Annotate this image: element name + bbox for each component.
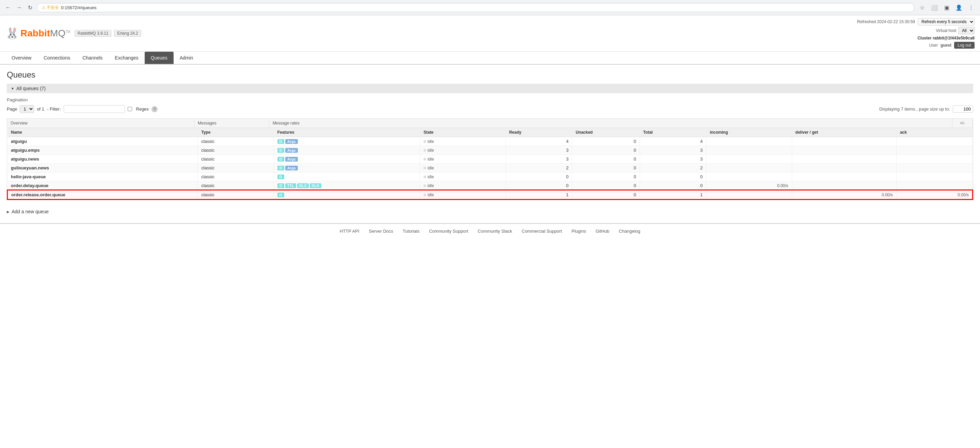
page-label: Page [7,106,17,111]
table-row[interactable]: atguiguclassicDArgsidle404 [8,137,972,146]
feature-tag: TTL [285,183,296,188]
add-queue-arrow: ▶ [7,210,10,214]
queue-type-cell: classic [198,190,274,199]
col-header-unacked: Unacked [572,128,640,137]
nav-channels[interactable]: Channels [76,52,108,64]
state-label: idle [428,139,434,144]
footer-link[interactable]: Commercial Support [522,229,562,234]
logout-button[interactable]: Log out [954,42,975,49]
nav-overview[interactable]: Overview [5,52,37,64]
footer-link[interactable]: Server Docs [369,229,393,234]
queue-unacked-cell: 0 [572,146,640,155]
page-content: Queues ▼ All queues (7) Pagination Page … [0,65,980,223]
state-dot-icon [423,194,426,196]
queue-incoming-cell [706,155,792,164]
feature-tag: Args [285,139,298,144]
queue-deliver-cell: 0.00/s [792,190,896,199]
url-bar[interactable]: ⚠ 不安全 0:15672/#/queues [37,3,915,12]
col-header-features: Features [274,128,420,137]
queue-ready-cell: 2 [506,164,572,172]
queue-deliver-cell [792,164,896,172]
col-header-ready: Ready [506,128,572,137]
regex-label: Regex [136,106,149,111]
virtual-host-select[interactable]: All [958,27,975,34]
split-button[interactable]: ▣ [942,3,951,12]
queue-features-cell: DTTLDLXDLK [274,181,420,191]
table-row[interactable]: atguigu.empsclassicDArgsidle303 [8,146,972,155]
queue-features-cell: DArgs [274,155,420,164]
footer-link[interactable]: GitHub [596,229,609,234]
feature-tag: D [277,192,284,197]
queue-total-cell: 2 [640,164,706,172]
extensions-button[interactable]: ⬜ [930,3,939,12]
feature-tag: D [277,183,284,188]
nav-connections[interactable]: Connections [37,52,76,64]
queues-table: Name Type Features State Ready Unacked T… [7,128,973,200]
filter-input[interactable] [64,105,125,113]
table-row[interactable]: hello-java-queueclassicDidle000 [8,172,972,181]
url-text: 0:15672/#/queues [61,5,96,10]
queue-total-cell: 3 [640,146,706,155]
queue-unacked-cell: 0 [572,164,640,172]
page-size-input[interactable] [953,105,973,113]
user-value: guest [940,43,951,48]
logo-tm: TM [65,30,70,34]
refresh-interval-select[interactable]: Refresh every 5 seconds Every 10 seconds… [918,18,975,25]
add-queue-label: Add a new queue [11,209,49,214]
top-bar: 🐰 RabbitMQTM RabbitMQ 3.9.11 Erlang 24.2… [0,15,980,52]
nav-queues[interactable]: Queues [145,52,173,64]
col-header-incoming: incoming [706,128,792,137]
nav-admin[interactable]: Admin [173,52,199,64]
state-label: idle [428,157,434,162]
queue-type-cell: classic [198,146,274,155]
regex-checkbox[interactable] [128,107,132,111]
queue-incoming-cell [706,137,792,146]
queue-total-cell: 3 [640,155,706,164]
section-arrow: ▼ [11,87,14,91]
footer-link[interactable]: Community Slack [477,229,512,234]
feature-tag: D [277,157,284,162]
queue-deliver-cell [792,146,896,155]
table-row[interactable]: order.delay.queueclassicDTTLDLXDLKidle00… [8,181,972,191]
profile-button[interactable]: 👤 [954,3,964,12]
logo-area: 🐰 RabbitMQTM RabbitMQ 3.9.11 Erlang 24.2 [5,27,141,40]
logo-text: RabbitMQTM [21,28,70,39]
menu-button[interactable]: ⋮ [966,3,976,12]
plus-minus-button[interactable]: +/- [953,119,973,127]
forward-button[interactable]: → [15,3,23,11]
col-header-total: Total [640,128,706,137]
queue-features-cell: DArgs [274,164,420,172]
back-button[interactable]: ← [4,3,12,11]
queue-ready-cell: 0 [506,181,572,191]
feature-tag: D [277,175,284,179]
page-select[interactable]: 1 [20,105,34,113]
messages-section-header: Messages [194,119,269,127]
queue-state-cell: idle [420,181,506,191]
nav-exchanges[interactable]: Exchanges [108,52,144,64]
table-row[interactable]: atguigu.newsclassicDArgsidle303 [8,155,972,164]
refresh-button[interactable]: ↻ [26,3,34,11]
footer-link[interactable]: HTTP API [340,229,360,234]
regex-help-button[interactable]: ? [151,106,158,112]
queue-total-cell: 1 [640,190,706,199]
table-row[interactable]: gulixueyuan.newsclassicDArgsidle202 [8,164,972,172]
footer-link[interactable]: Changelog [619,229,640,234]
queue-total-cell: 0 [640,181,706,191]
queue-ack-cell [896,164,972,172]
version-badges: RabbitMQ 3.9.11 Erlang 24.2 [75,30,141,37]
feature-tag: DLK [310,183,322,188]
state-label: idle [428,175,434,179]
all-queues-section-header[interactable]: ▼ All queues (7) [7,84,973,93]
queue-state-cell: idle [420,146,506,155]
queue-total-cell: 4 [640,137,706,146]
footer-link[interactable]: Plugins [571,229,586,234]
table-row[interactable]: order.release.order.queueclassicDidle101… [8,190,972,199]
footer-link[interactable]: Tutorials [402,229,419,234]
footer-link[interactable]: Community Support [429,229,468,234]
browser-chrome: ← → ↻ ⚠ 不安全 0:15672/#/queues ☆ ⬜ ▣ 👤 ⋮ [0,0,980,15]
queue-table-body: atguiguclassicDArgsidle404atguigu.empscl… [8,137,972,200]
bookmark-button[interactable]: ☆ [917,3,927,12]
page-title: Queues [7,70,973,79]
add-queue-section[interactable]: ▶ Add a new queue [7,205,973,218]
state-label: idle [428,166,434,170]
